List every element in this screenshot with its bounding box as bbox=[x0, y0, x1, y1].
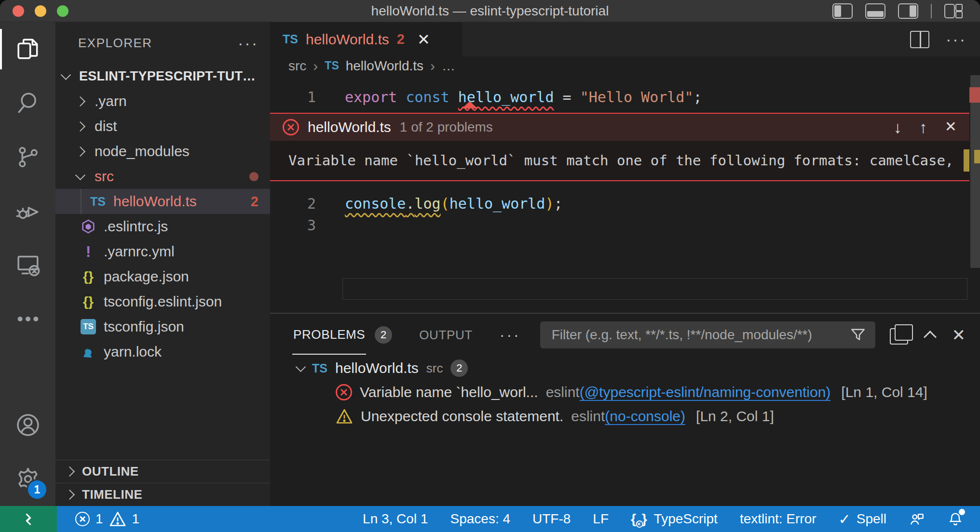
tab-problems[interactable]: PROBLEMS 2 bbox=[292, 314, 392, 356]
editor-more-actions-icon[interactable]: ··· bbox=[946, 30, 966, 49]
file-label: .yarnrc.yml bbox=[104, 243, 175, 260]
peek-body[interactable]: Variable name `hello_world` must match o… bbox=[270, 141, 969, 180]
status-item-label: textlint: Error bbox=[740, 511, 817, 527]
status-item-label: UTF-8 bbox=[532, 511, 571, 527]
status-item-utf-8[interactable]: UTF-8 bbox=[532, 511, 571, 527]
layout-controls bbox=[832, 3, 966, 19]
activitybar-source-control-icon[interactable] bbox=[0, 130, 55, 184]
tree-file-yarn-lock[interactable]: yarn.lock bbox=[55, 339, 270, 364]
typescript-file-icon: TS bbox=[283, 32, 298, 46]
problems-count-badge: 2 bbox=[375, 326, 392, 344]
activitybar-explorer-icon[interactable] bbox=[0, 22, 55, 76]
tree-root-folder[interactable]: ESLINT-TYPESCRIPT-TUTO... bbox=[55, 64, 270, 89]
tree-file-tsconfig-json[interactable]: TStsconfig.json bbox=[55, 314, 270, 339]
status-item-bell-dot[interactable] bbox=[947, 511, 964, 527]
toggle-panel-icon[interactable] bbox=[865, 3, 885, 19]
maximize-window-button[interactable] bbox=[57, 5, 68, 17]
customize-layout-icon[interactable] bbox=[944, 4, 966, 18]
next-problem-icon[interactable]: ↓ bbox=[894, 118, 902, 137]
toggle-sidebar-left-icon[interactable] bbox=[832, 3, 853, 19]
main-area: 1 EXPLORER ··· ESLINT-TYPESCRIPT-TUTO...… bbox=[0, 22, 980, 506]
tree-folder--yarn[interactable]: .yarn bbox=[55, 89, 270, 114]
overview-ruler[interactable] bbox=[969, 75, 980, 313]
rule-link[interactable]: (no-console) bbox=[605, 408, 685, 425]
explorer-more-actions-icon[interactable]: ··· bbox=[238, 34, 259, 53]
peek-problem-widget: helloWorld.ts 1 of 2 problems ↓ ↑ ✕ Vari… bbox=[270, 113, 969, 181]
remote-indicator[interactable] bbox=[0, 506, 57, 532]
tab-helloworld[interactable]: TS helloWorld.ts 2 ✕ bbox=[270, 22, 462, 56]
breadcrumb-separator: › bbox=[313, 58, 318, 74]
tree-file--yarnrc-yml[interactable]: !.yarnrc.yml bbox=[55, 239, 270, 264]
section-timeline[interactable]: TIMELINE bbox=[55, 483, 270, 506]
activitybar-run-and-debug-icon[interactable] bbox=[0, 184, 55, 238]
status-item-lf[interactable]: LF bbox=[593, 511, 609, 527]
chevron-right-icon bbox=[75, 146, 85, 156]
code-line-2[interactable]: 2console.log(hello_world); bbox=[270, 193, 980, 214]
panel-actions: ✕ bbox=[890, 325, 966, 345]
activitybar-settings-icon[interactable]: 1 bbox=[0, 452, 55, 506]
tab-bar: TS helloWorld.ts 2 ✕ ··· bbox=[270, 22, 980, 56]
status-item-spell[interactable]: ✓Spell bbox=[839, 511, 886, 528]
file-label: tsconfig.json bbox=[104, 319, 184, 335]
tab-close-icon[interactable]: ✕ bbox=[417, 30, 430, 49]
activitybar-accounts-icon[interactable] bbox=[0, 398, 55, 452]
close-peek-icon[interactable]: ✕ bbox=[945, 118, 957, 137]
toggle-sidebar-right-icon[interactable] bbox=[898, 3, 918, 19]
split-editor-icon[interactable] bbox=[910, 31, 929, 48]
traffic-lights bbox=[13, 5, 68, 17]
panel-header: PROBLEMS 2 OUTPUT ··· ✕ bbox=[270, 314, 980, 356]
scrollbar-slider[interactable] bbox=[970, 75, 980, 268]
code-editor[interactable]: 1export const hello_world = "Hello World… bbox=[270, 75, 980, 313]
breadcrumb-file[interactable]: helloWorld.ts bbox=[346, 58, 423, 74]
status-item-ln-3-col-1[interactable]: Ln 3, Col 1 bbox=[363, 511, 428, 527]
warning-overview-mark bbox=[974, 150, 980, 163]
previous-problem-icon[interactable]: ↑ bbox=[919, 118, 927, 137]
folder-label: .yarn bbox=[95, 93, 127, 109]
status-item-feedback[interactable] bbox=[909, 511, 925, 527]
tree-folder-node-modules[interactable]: node_modules bbox=[55, 139, 270, 164]
problems-file-row[interactable]: TS helloWorld.ts src 2 bbox=[270, 356, 980, 380]
group-by-icon[interactable] bbox=[890, 328, 908, 345]
maximize-panel-icon[interactable] bbox=[924, 331, 937, 344]
yarn-cat-icon bbox=[80, 344, 96, 360]
close-panel-icon[interactable]: ✕ bbox=[952, 325, 966, 345]
tree-folder-dist[interactable]: dist bbox=[55, 114, 270, 139]
tree-file-tsconfig-eslint-json[interactable]: {}tsconfig.eslint.json bbox=[55, 289, 270, 314]
folder-label: src bbox=[95, 168, 114, 185]
status-item-typescript[interactable]: { }✕TypeScript bbox=[631, 511, 718, 527]
current-line-highlight bbox=[342, 278, 967, 300]
folder-label: node_modules bbox=[95, 143, 190, 160]
problem-row-error[interactable]: Variable name `hello_worl... eslint(@typ… bbox=[270, 380, 980, 404]
filter-icon[interactable] bbox=[849, 326, 867, 344]
status-problems[interactable]: 1 1 bbox=[75, 510, 139, 528]
chevron-right-icon bbox=[65, 490, 75, 500]
output-tab-label: OUTPUT bbox=[418, 316, 473, 354]
section-outline[interactable]: OUTLINE bbox=[55, 460, 270, 483]
indent-guide bbox=[81, 189, 82, 214]
filter-input[interactable] bbox=[551, 327, 849, 343]
minimize-window-button[interactable] bbox=[35, 5, 46, 17]
explorer-sidebar: EXPLORER ··· ESLINT-TYPESCRIPT-TUTO....y… bbox=[55, 22, 270, 506]
breadcrumb-separator: › bbox=[430, 58, 435, 74]
breadcrumb-symbol[interactable]: … bbox=[442, 58, 455, 74]
problem-row-warning[interactable]: Unexpected console statement. eslint(no-… bbox=[270, 404, 980, 428]
status-item-spaces-4[interactable]: Spaces: 4 bbox=[450, 511, 510, 527]
activitybar-remote-explorer-icon[interactable] bbox=[0, 238, 55, 292]
tree-file-package-json[interactable]: {}package.json bbox=[55, 264, 270, 289]
activitybar-more-icon[interactable] bbox=[0, 292, 55, 346]
activitybar-search-icon[interactable] bbox=[0, 76, 55, 130]
breadcrumb-folder[interactable]: src bbox=[288, 58, 306, 74]
tree-folder-src[interactable]: src bbox=[55, 164, 270, 189]
tree-file--eslintrc-js[interactable]: .eslintrc.js bbox=[55, 214, 270, 239]
chevron-down-icon bbox=[296, 361, 306, 372]
section-label: TIMELINE bbox=[82, 487, 142, 502]
code-line-3[interactable]: 3 bbox=[270, 214, 980, 236]
chevron-right-icon bbox=[75, 121, 85, 131]
code-line-1[interactable]: 1export const hello_world = "Hello World… bbox=[270, 86, 980, 108]
tree-file-helloworld-ts[interactable]: TShelloWorld.ts2 bbox=[55, 189, 270, 214]
rule-link[interactable]: (@typescript-eslint/naming-convention) bbox=[580, 384, 831, 401]
panel-more-tabs-icon[interactable]: ··· bbox=[500, 326, 521, 344]
tab-output[interactable]: OUTPUT bbox=[418, 314, 473, 356]
close-window-button[interactable] bbox=[13, 5, 24, 17]
status-item-textlint-error[interactable]: textlint: Error bbox=[740, 511, 817, 527]
